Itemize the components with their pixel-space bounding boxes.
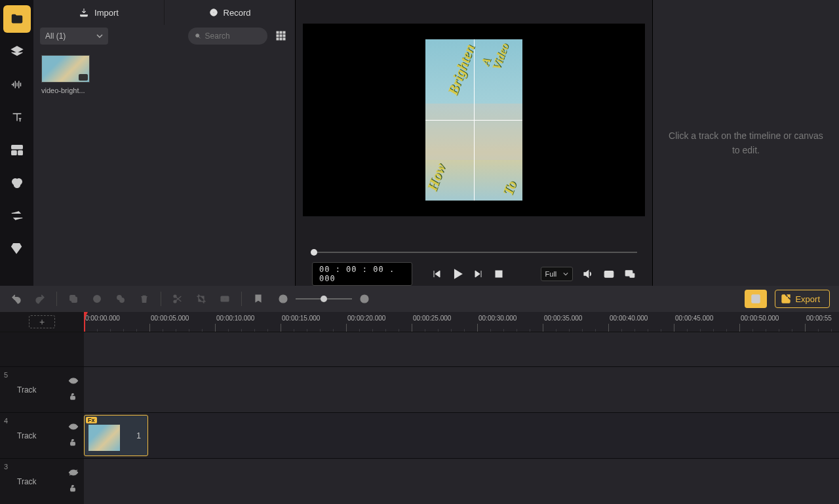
left-sidebar <box>0 0 33 286</box>
svg-point-20 <box>608 273 611 276</box>
transitions-tab-icon[interactable] <box>3 202 31 229</box>
zoom-slider[interactable] <box>296 298 352 300</box>
svg-rect-1 <box>11 151 16 155</box>
track-lane[interactable] <box>84 459 839 504</box>
track-lane[interactable]: Fx1 <box>84 413 839 458</box>
preview-canvas[interactable]: How To Brighten AVideo <box>303 24 645 216</box>
prev-frame-button[interactable] <box>431 267 442 281</box>
overlay-text: Brighten <box>446 43 477 97</box>
filters-tab-icon[interactable] <box>3 169 31 197</box>
svg-point-5 <box>14 182 20 187</box>
ruler-label: 00:00:45.000 <box>675 315 713 322</box>
audio-tab-icon[interactable] <box>3 71 31 98</box>
media-item[interactable]: video-bright... <box>41 55 94 94</box>
svg-rect-10 <box>280 31 282 33</box>
zoom-in-button[interactable] <box>357 292 372 306</box>
templates-tab-icon[interactable] <box>3 136 31 164</box>
svg-point-7 <box>212 11 215 14</box>
media-panel: Import Record All (1) <box>33 0 296 286</box>
lock-toggle[interactable] <box>68 392 79 403</box>
search-input[interactable] <box>205 31 261 41</box>
text-tab-icon[interactable] <box>3 104 31 131</box>
clip[interactable]: Fx1 <box>84 415 148 456</box>
svg-rect-17 <box>283 38 285 40</box>
autofit-button[interactable] <box>745 290 767 308</box>
zoom-out-button[interactable] <box>276 292 290 306</box>
track-lane[interactable] <box>84 367 839 412</box>
visibility-toggle[interactable] <box>68 469 79 478</box>
record-label: Record <box>224 8 251 18</box>
svg-rect-13 <box>280 35 282 37</box>
overlay-text: To <box>501 178 519 197</box>
svg-rect-22 <box>630 273 634 277</box>
visibility-toggle[interactable] <box>68 423 79 433</box>
grid-view-button[interactable] <box>274 29 288 43</box>
export-label: Export <box>795 294 820 304</box>
svg-point-34 <box>73 379 75 381</box>
ruler-label: 00:00:20.000 <box>347 315 385 322</box>
timecode: 00 : 00 : 00 . 000 <box>312 262 412 286</box>
volume-button[interactable] <box>582 267 594 281</box>
marker-button[interactable] <box>251 292 265 306</box>
clip-label: 1 <box>136 431 141 440</box>
track-row[interactable]: 4 Track Fx1 <box>0 412 839 458</box>
preview-size-dropdown[interactable]: Full <box>541 267 573 281</box>
track-number: 5 <box>4 371 8 379</box>
inspector-panel: Click a track on the timeline or canvas … <box>653 0 839 286</box>
media-thumbnail <box>41 55 90 83</box>
redo-button[interactable] <box>33 292 47 306</box>
paste-button[interactable] <box>90 292 104 306</box>
svg-rect-9 <box>277 31 279 33</box>
preview-scrubber[interactable] <box>303 242 645 262</box>
playhead[interactable] <box>84 312 85 332</box>
lock-toggle[interactable] <box>68 438 79 449</box>
layers-tab-icon[interactable] <box>3 38 31 66</box>
svg-point-8 <box>195 34 199 37</box>
fx-badge: Fx <box>86 417 97 423</box>
overlay-text: AVideo <box>479 39 511 71</box>
next-frame-button[interactable] <box>473 267 484 281</box>
copy-button[interactable] <box>66 292 81 306</box>
visibility-toggle[interactable] <box>68 377 79 387</box>
svg-point-36 <box>73 425 75 427</box>
snapshot-button[interactable] <box>603 267 615 281</box>
ruler-label: 00:00:15.000 <box>282 315 320 322</box>
speed-button[interactable] <box>218 292 232 306</box>
duplicate-button[interactable] <box>113 292 128 306</box>
svg-rect-2 <box>18 151 22 155</box>
stop-button[interactable] <box>493 267 505 281</box>
ruler-label: 00:00:05.000 <box>151 315 189 322</box>
track-row[interactable]: 3 Track <box>0 458 839 504</box>
svg-rect-15 <box>277 38 279 40</box>
media-tab-icon[interactable] <box>3 5 31 33</box>
ruler-label: 00:00:40.000 <box>610 315 648 322</box>
preview-panel: How To Brighten AVideo 00 : 00 : 00 . 00… <box>296 0 653 286</box>
svg-rect-24 <box>70 296 75 301</box>
track-number: 4 <box>4 417 8 425</box>
svg-rect-39 <box>71 488 75 491</box>
timeline: + 0:00:00.00000:00:05.00000:00:10.00000:… <box>0 312 839 504</box>
export-button[interactable]: Export <box>775 290 830 308</box>
record-button[interactable]: Record <box>165 0 295 25</box>
media-filter-dropdown[interactable]: All (1) <box>40 28 108 45</box>
crop-button[interactable] <box>194 292 208 306</box>
ruler-label: 00:00:50.000 <box>741 315 779 322</box>
ruler-label: 0:00:00.000 <box>85 315 120 322</box>
undo-button[interactable] <box>9 292 24 306</box>
lock-toggle[interactable] <box>68 484 79 495</box>
elements-tab-icon[interactable] <box>3 235 31 262</box>
timeline-ruler[interactable]: 0:00:00.00000:00:05.00000:00:10.00000:00… <box>84 312 839 332</box>
import-button[interactable]: Import <box>33 0 165 25</box>
track-row[interactable]: 5 Track <box>0 366 839 412</box>
add-track-button[interactable]: + <box>29 315 55 328</box>
svg-rect-12 <box>277 35 279 37</box>
ruler-label: 00:00:10.000 <box>216 315 254 322</box>
ruler-label: 00:00:35.000 <box>544 315 582 322</box>
fullscreen-button[interactable] <box>624 267 636 281</box>
import-label: Import <box>94 8 119 18</box>
delete-button[interactable] <box>137 292 151 306</box>
play-button[interactable] <box>452 267 463 281</box>
ruler-label: 00:00:55 <box>806 315 832 322</box>
split-button[interactable] <box>170 292 185 306</box>
search-input-wrapper[interactable] <box>188 28 268 45</box>
